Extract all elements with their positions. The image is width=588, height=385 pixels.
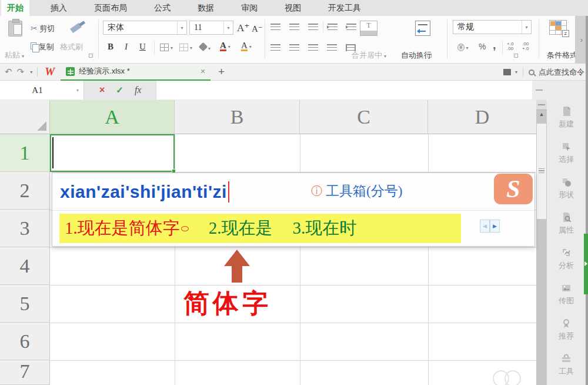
align-center-button[interactable] — [289, 44, 299, 53]
fill-color-button[interactable]: ▾ — [200, 43, 211, 52]
decrease-decimal-button[interactable]: .00+.0 — [522, 42, 529, 51]
scroll-up-icon[interactable]: ▲ — [536, 111, 547, 117]
currency-style-button[interactable]: ¥▾ — [457, 42, 469, 51]
cut-button[interactable]: ✂ 剪切 — [31, 24, 55, 34]
sidebar-item-properties[interactable]: 属性 — [547, 211, 586, 235]
number-format-dropdown-icon[interactable]: ▾ — [522, 21, 531, 34]
number-format-combo[interactable]: 常规 ▾ — [453, 20, 532, 34]
column-header-d[interactable]: D — [428, 100, 536, 134]
row-header-3[interactable]: 3 — [0, 210, 50, 247]
menu-tab-insert[interactable]: 插入 — [45, 0, 73, 16]
sidebar-item-tools[interactable]: 工具 — [547, 353, 586, 377]
vertical-scrollbar[interactable]: ▲ — [536, 100, 547, 385]
underline-button[interactable]: U — [139, 42, 146, 52]
sidebar-item-shapes[interactable]: 形状 — [547, 176, 586, 200]
align-middle-button[interactable] — [289, 24, 299, 32]
name-box-dropdown-icon[interactable]: ▾ — [76, 88, 79, 93]
grow-font-button[interactable]: A⁺ — [237, 22, 249, 34]
find-command-text[interactable]: 点此查找命令 — [539, 67, 584, 78]
cancel-entry-button[interactable]: × — [99, 85, 105, 95]
row-header-2[interactable]: 2 — [0, 172, 50, 210]
font-name-dropdown-icon[interactable]: ▾ — [177, 21, 186, 34]
split-handle[interactable] — [536, 100, 547, 110]
format-painter-button[interactable]: 格式刷 — [60, 42, 83, 52]
tab-list-icon[interactable] — [503, 69, 511, 75]
merge-center-icon[interactable]: T — [360, 21, 377, 36]
paste-button[interactable]: 粘贴▾ — [5, 50, 24, 61]
tab-close-icon[interactable]: × — [201, 67, 205, 76]
font-size-combo[interactable]: 11 ▾ — [189, 21, 233, 35]
bold-button[interactable]: B — [108, 42, 113, 52]
sidebar-item-recommend[interactable]: 推荐 — [547, 317, 586, 341]
italic-button[interactable]: I — [125, 42, 128, 52]
comma-style-button[interactable]: , — [493, 38, 496, 52]
formula-input[interactable] — [156, 81, 532, 99]
align-left-button[interactable] — [270, 44, 280, 53]
align-right-button[interactable] — [308, 44, 318, 53]
candidates-next-page-button[interactable]: ▶ — [490, 220, 500, 233]
highlight-color-button[interactable]: A▾ — [241, 41, 252, 51]
wrap-text-icon[interactable] — [415, 21, 430, 36]
ime-candidate-1[interactable]: 1.现在是简体字 — [65, 217, 180, 240]
menu-tab-view[interactable]: 视图 — [279, 0, 307, 16]
sogou-logo[interactable]: S — [494, 174, 533, 204]
conditional-format-button[interactable]: 条件格式 — [547, 50, 575, 61]
sidebar-item-analysis[interactable]: 分析 — [547, 247, 586, 271]
wps-logo[interactable]: W — [45, 65, 55, 78]
column-header-a[interactable]: A — [50, 100, 175, 134]
sidebar-item-new[interactable]: 新建 — [547, 105, 586, 130]
document-tab[interactable]: 经验演示.xlsx * × — [61, 64, 211, 81]
shrink-font-button[interactable]: A⁻ — [252, 24, 263, 34]
align-top-button[interactable] — [270, 24, 280, 32]
row-header-1[interactable]: 1 — [0, 134, 50, 172]
sidebar-item-select[interactable]: 选择 — [547, 141, 586, 165]
justify-button[interactable] — [327, 44, 337, 53]
column-header-c[interactable]: C — [300, 100, 428, 134]
menu-tab-page-layout[interactable]: 页面布局 — [88, 0, 133, 16]
percent-style-button[interactable]: % — [479, 42, 486, 51]
draw-border-button[interactable]: ▾ — [179, 42, 192, 51]
ime-candidate-3[interactable]: 3.现在时 — [293, 217, 357, 240]
select-all-corner[interactable] — [0, 100, 50, 134]
sidebar-item-image-transfer[interactable]: 传图 — [547, 282, 586, 306]
insert-function-button[interactable]: fx — [135, 85, 142, 95]
font-color-button[interactable]: A▾ — [220, 41, 230, 51]
align-bottom-button[interactable] — [308, 24, 318, 32]
candidates-prev-page-button[interactable]: ◀ — [480, 220, 490, 233]
undo-button[interactable]: ↶ — [5, 67, 12, 77]
menu-tab-formulas[interactable]: 公式 — [148, 0, 176, 16]
scrollbar-thumb[interactable] — [537, 124, 546, 219]
paste-dropdown-icon[interactable]: ▾ — [22, 54, 24, 59]
row-header-7[interactable]: 7 — [0, 360, 50, 385]
redo-button[interactable]: ↷ — [17, 67, 25, 77]
row-header-5[interactable]: 5 — [0, 285, 50, 323]
row-header-6[interactable]: 6 — [0, 323, 50, 360]
confirm-entry-button[interactable]: ✓ — [116, 85, 123, 95]
format-painter-icon[interactable] — [70, 23, 82, 34]
menu-tab-home[interactable]: 开始 — [1, 0, 29, 16]
clipboard-dialog-launcher-icon[interactable] — [89, 54, 93, 58]
menu-tab-dev-tools[interactable]: 开发工具 — [322, 0, 367, 16]
font-size-dropdown-icon[interactable]: ▾ — [223, 21, 233, 34]
merge-center-button[interactable]: 合并居中▾ — [352, 50, 386, 61]
increase-decimal-button[interactable]: +.0.00 — [507, 42, 513, 51]
row-header-4[interactable]: 4 — [0, 247, 50, 285]
ime-toolbox-button[interactable]: ⓘ 工具箱(分号) — [311, 182, 402, 200]
increase-indent-button[interactable] — [346, 24, 356, 32]
menu-tab-review[interactable]: 审阅 — [235, 0, 263, 16]
ime-candidate-2[interactable]: 2.现在是 — [209, 217, 273, 240]
new-tab-button[interactable]: + — [218, 65, 225, 78]
column-header-b[interactable]: B — [175, 100, 300, 134]
search-icon[interactable] — [529, 69, 534, 75]
borders-button[interactable]: ▾ — [160, 42, 173, 51]
decrease-indent-button[interactable] — [328, 24, 338, 32]
tab-list-dropdown-icon[interactable]: ▾ — [515, 69, 517, 75]
wrap-text-button[interactable]: 自动换行 — [401, 50, 432, 61]
sidebar-expand-handle[interactable] — [584, 234, 588, 294]
menu-tab-data[interactable]: 数据 — [192, 0, 220, 16]
formula-bar-resize-handle[interactable] — [532, 81, 547, 99]
paste-icon[interactable] — [8, 21, 22, 36]
undo-history-dropdown-icon[interactable]: ▾ — [30, 69, 32, 75]
copy-button[interactable]: 复制 — [31, 42, 54, 52]
font-name-combo[interactable]: 宋体 ▾ — [103, 21, 187, 35]
